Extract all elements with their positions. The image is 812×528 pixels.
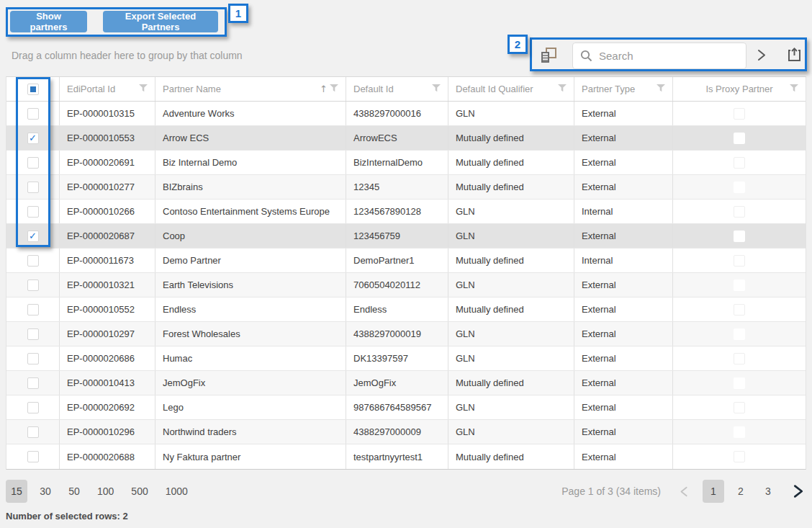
column-header-type[interactable]: Partner Type: [574, 77, 673, 101]
cell-partner-name: Arrow ECS: [155, 126, 346, 150]
column-header-id[interactable]: EdiPortal Id: [60, 77, 155, 101]
table-row[interactable]: EP-0000010552EndlessEndlessMutually defi…: [6, 297, 806, 322]
export-selected-partners-button[interactable]: Export Selected Partners: [103, 11, 218, 32]
filter-icon[interactable]: [657, 84, 665, 94]
cell-default-id: testpartnyyrtest1: [346, 444, 448, 469]
expand-search-panel-icon[interactable]: [754, 48, 768, 65]
cell-default-id-qualifier: Mutually defined: [448, 444, 574, 469]
table-row[interactable]: EP-0000010553Arrow ECSArrowECSMutually d…: [6, 126, 806, 151]
table-row[interactable]: EP-0000020688Ny Faktura partnertestpartn…: [6, 444, 806, 469]
page-button-1[interactable]: 1: [703, 480, 724, 503]
row-select-checkbox[interactable]: [27, 133, 39, 144]
table-row[interactable]: EP-0000010266Contoso Entertainment Syste…: [6, 200, 806, 224]
cell-default-id: 7060504020112: [346, 273, 448, 297]
cell-partner-name: Ny Faktura partner: [155, 444, 346, 469]
callout-1-badge: 1: [228, 4, 248, 23]
cell-select: [6, 444, 60, 469]
row-select-checkbox[interactable]: [27, 206, 39, 218]
table-row[interactable]: EP-0000020691Biz Internal DemoBizInterna…: [6, 151, 806, 175]
row-select-checkbox[interactable]: [27, 304, 39, 316]
select-all-checkbox[interactable]: [27, 84, 39, 95]
page-size-1000[interactable]: 1000: [161, 480, 193, 503]
column-header-label: Is Proxy Partner: [705, 84, 772, 94]
column-header-qual[interactable]: Default Id Qualifier: [448, 77, 574, 101]
table-row[interactable]: EP-0000010413JemOgFixJemOgFixMutually de…: [6, 371, 806, 395]
row-select-checkbox[interactable]: [27, 328, 39, 340]
column-header-label: Partner Type: [582, 84, 635, 94]
table-row[interactable]: EP-0000010297Forest Wholesales4388297000…: [6, 322, 806, 346]
filter-icon[interactable]: [330, 84, 338, 94]
row-select-checkbox[interactable]: [27, 182, 39, 193]
cell-partner-name: BIZbrains: [155, 175, 346, 199]
table-body: EP-0000010315Adventure Works438829700001…: [6, 102, 806, 469]
table-row[interactable]: EP-0000011673Demo PartnerDemoPartner1Mut…: [6, 249, 806, 273]
page-size-selector: 1530501005001000: [6, 480, 193, 503]
search-box[interactable]: [572, 42, 746, 69]
column-chooser-icon[interactable]: [539, 45, 559, 68]
row-select-checkbox[interactable]: [27, 157, 39, 169]
column-header-label: Default Id: [353, 84, 394, 94]
column-header-name[interactable]: Partner Name↑: [155, 77, 346, 101]
filter-icon[interactable]: [558, 84, 567, 94]
cell-is-proxy-partner: [673, 273, 806, 297]
table-row[interactable]: EP-0000010277BIZbrains12345Mutually defi…: [6, 175, 806, 200]
cell-is-proxy-partner: [673, 420, 806, 444]
row-select-checkbox[interactable]: [27, 255, 39, 267]
is-proxy-partner-checkbox: [734, 426, 745, 438]
cell-ediportal-id: EP-0000011673: [60, 249, 155, 272]
filter-icon[interactable]: [139, 84, 148, 94]
cell-partner-name: Humac: [155, 346, 346, 370]
column-header-label: EdiPortal Id: [67, 84, 115, 94]
cell-select: [6, 371, 60, 395]
row-select-checkbox[interactable]: [27, 426, 39, 438]
page-size-500[interactable]: 500: [126, 480, 153, 503]
row-select-checkbox[interactable]: [27, 377, 39, 389]
row-select-checkbox[interactable]: [27, 231, 39, 242]
search-input[interactable]: [599, 50, 742, 62]
select-all-header-cell[interactable]: [6, 77, 60, 101]
table-row[interactable]: EP-0000010315Adventure Works438829700001…: [6, 102, 806, 126]
cell-partner-name: Coop: [155, 224, 346, 248]
cell-ediportal-id: EP-0000010321: [60, 273, 155, 297]
next-page-icon[interactable]: [789, 480, 806, 503]
table-row[interactable]: EP-0000010296Northwind traders4388297000…: [6, 420, 806, 444]
filter-icon[interactable]: [432, 84, 441, 94]
page-size-50[interactable]: 50: [63, 480, 85, 503]
column-header-defid[interactable]: Default Id: [346, 77, 448, 101]
cell-default-id-qualifier: GLN: [448, 224, 574, 248]
previous-page-icon[interactable]: [675, 480, 693, 503]
page-button-3[interactable]: 3: [757, 480, 779, 503]
cell-ediportal-id: EP-0000010413: [60, 371, 155, 395]
page-size-15[interactable]: 15: [6, 480, 27, 503]
table-header: EdiPortal IdPartner Name↑Default IdDefau…: [6, 77, 806, 102]
row-select-checkbox[interactable]: [27, 353, 39, 364]
cell-default-id-qualifier: GLN: [448, 346, 574, 370]
table-row[interactable]: EP-0000020686HumacDK13397597GLNExternal: [6, 346, 806, 371]
cell-is-proxy-partner: [673, 322, 806, 346]
cell-ediportal-id: EP-0000010266: [60, 200, 155, 223]
cell-select: [6, 151, 60, 174]
cell-partner-type: External: [574, 102, 673, 125]
row-select-checkbox[interactable]: [27, 451, 39, 462]
table-row[interactable]: EP-0000010321Earth Televisions7060504020…: [6, 273, 806, 297]
cell-is-proxy-partner: [673, 126, 806, 150]
cell-ediportal-id: EP-0000020692: [60, 395, 155, 419]
cell-is-proxy-partner: [673, 151, 806, 174]
page-size-100[interactable]: 100: [92, 480, 119, 503]
cell-default-id: BizInternalDemo: [346, 151, 448, 174]
table-row[interactable]: EP-0000020692Lego987686764589567GLNExter…: [6, 395, 806, 420]
cell-is-proxy-partner: [673, 444, 806, 469]
table-row[interactable]: EP-0000020687Coop123456759GLNExternal: [6, 224, 806, 249]
page-button-2[interactable]: 2: [730, 480, 752, 503]
export-grid-icon[interactable]: [786, 47, 803, 66]
is-proxy-partner-checkbox: [734, 304, 745, 316]
cell-is-proxy-partner: [673, 395, 806, 419]
column-header-proxy[interactable]: Is Proxy Partner: [673, 77, 806, 101]
filter-icon[interactable]: [790, 84, 798, 94]
row-select-checkbox[interactable]: [27, 402, 39, 413]
page-size-30[interactable]: 30: [35, 480, 56, 503]
show-partners-button[interactable]: Show partners: [10, 11, 87, 32]
row-select-checkbox[interactable]: [27, 279, 39, 291]
is-proxy-partner-checkbox: [734, 377, 745, 389]
row-select-checkbox[interactable]: [27, 108, 39, 120]
